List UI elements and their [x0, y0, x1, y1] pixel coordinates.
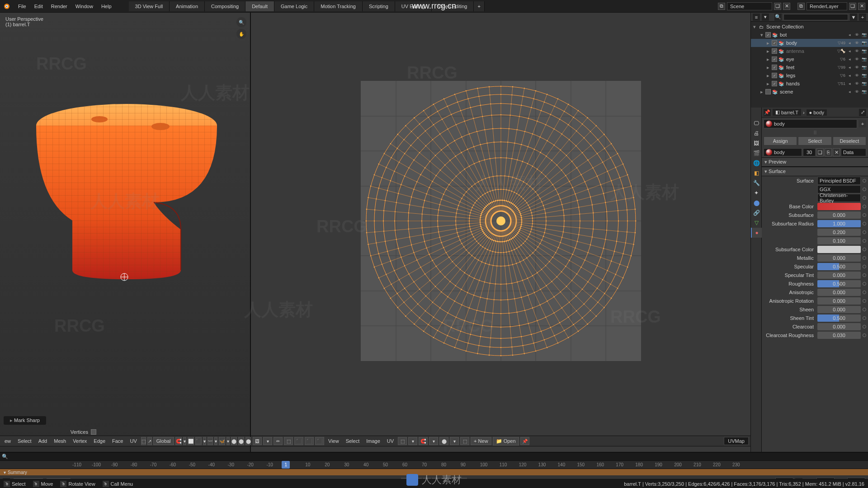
vertices-checkbox[interactable] — [91, 429, 96, 435]
tab-world-icon[interactable]: 🌐 — [751, 158, 762, 168]
vp-toolbar-icon-10[interactable]: ⬤ — [238, 437, 244, 445]
workspace-animation[interactable]: Animation — [170, 1, 205, 11]
menu-window[interactable]: Window — [72, 2, 97, 11]
workspace-add[interactable]: + — [474, 1, 484, 11]
tab-material-icon[interactable]: ● — [751, 228, 762, 238]
uv-toolbar-icon-2[interactable]: ✏ — [274, 437, 283, 445]
prop-field[interactable]: 0.500 — [817, 263, 861, 270]
node-socket-icon[interactable] — [863, 273, 866, 277]
uv-toolbar-icon-4[interactable]: ⬛ — [294, 437, 303, 445]
select-button[interactable]: Select — [798, 136, 831, 145]
orientation-dropdown[interactable]: Global — [153, 437, 174, 445]
uv-toolbar-icon-1[interactable]: ▾ — [263, 437, 272, 445]
vp-toolbar-icon-6[interactable]: ▾ — [214, 437, 217, 445]
node-socket-icon[interactable] — [863, 222, 866, 225]
layer-del-icon[interactable]: ✕ — [858, 3, 865, 10]
vp-toolbar-icon-8[interactable]: ▾ — [226, 437, 230, 445]
node-socket-icon[interactable] — [863, 282, 866, 286]
workspace-compositing[interactable]: Compositing — [205, 1, 245, 11]
outliner-new-collection-icon[interactable]: + — [859, 14, 866, 21]
uv-tool2-icon-6[interactable]: ⬚ — [460, 437, 469, 445]
node-socket-icon[interactable] — [863, 265, 866, 268]
workspace-scripting[interactable]: Scripting — [363, 1, 395, 11]
vp-menu-vertex[interactable]: Vertex — [70, 437, 90, 445]
vp-toolbar-icon-5[interactable]: 〰 — [208, 437, 213, 445]
tab-particle-icon[interactable]: ✦ — [751, 188, 762, 198]
outliner-mode-icon[interactable]: ≡ — [753, 14, 760, 21]
outliner-tree[interactable]: ▾🗀Scene Collection▾✓📚bot◂👁📷▸✓📚body▽49◂👁📷… — [751, 22, 868, 108]
node-socket-icon[interactable] — [863, 239, 866, 243]
prop-field[interactable]: 0.000 — [817, 306, 861, 313]
gizmo-zoom-icon[interactable]: 🔍 — [236, 17, 246, 27]
menu-file[interactable]: File — [14, 2, 30, 11]
workspace-default[interactable]: Default — [245, 1, 274, 11]
material-copy-icon[interactable]: ⎘ — [825, 148, 832, 156]
vp-toolbar-icon-11[interactable]: ⬤ — [245, 437, 251, 445]
vp-menu-select[interactable]: Select — [15, 437, 34, 445]
vp-menu-add[interactable]: Add — [36, 437, 50, 445]
node-socket-icon[interactable] — [863, 188, 866, 191]
material-slot-add-button[interactable]: + — [859, 120, 866, 127]
tab-object-icon[interactable]: ◧ — [751, 168, 762, 178]
menu-render[interactable]: Render — [47, 2, 71, 11]
prop-field[interactable]: 1.000 — [817, 220, 861, 227]
panel-preview[interactable]: Preview — [762, 157, 868, 167]
prop-field[interactable]: 0.500 — [817, 314, 861, 322]
prop-field[interactable] — [817, 203, 861, 210]
vp-menu-face[interactable]: Face — [109, 437, 126, 445]
workspace-game-logic[interactable]: Game Logic — [274, 1, 314, 11]
timeline-summary-row[interactable]: Summary — [0, 469, 868, 475]
prop-field[interactable]: 0.500 — [817, 280, 861, 287]
node-socket-icon[interactable] — [863, 325, 866, 328]
vp-menu-mesh[interactable]: Mesh — [51, 437, 69, 445]
outliner-item-eye[interactable]: ▸✓📚eye▽6◂👁📷 — [751, 55, 868, 63]
tab-render-icon[interactable]: 🖵 — [751, 118, 762, 128]
outliner-funnel-icon[interactable]: ▼ — [850, 14, 857, 21]
vp-toolbar-icon-3[interactable]: ⬛ — [195, 437, 202, 445]
panel-surface[interactable]: Surface — [762, 167, 868, 176]
prop-field[interactable]: 0.000 — [817, 254, 861, 262]
layer-browse-icon[interactable]: ⧉ — [797, 3, 805, 10]
transform-pivot-icon[interactable]: ⬚ — [141, 437, 146, 445]
node-socket-icon[interactable] — [863, 256, 866, 260]
material-unlink-icon[interactable]: ✕ — [833, 148, 840, 156]
vp-menu-edge[interactable]: Edge — [91, 437, 108, 445]
outliner-search-icon[interactable]: 🔍 — [774, 14, 782, 21]
uv-menu-uv[interactable]: UV — [384, 437, 396, 445]
gizmo-hand-icon[interactable]: ✋ — [236, 29, 246, 39]
deselect-button[interactable]: Deselect — [833, 136, 866, 145]
node-socket-icon[interactable] — [863, 333, 866, 337]
tab-scene-icon[interactable]: 🎬 — [751, 148, 762, 158]
outliner-item-bot[interactable]: ▾✓📚bot◂👁📷 — [751, 31, 868, 39]
uv-toolbar-icon-5[interactable]: ⬛ — [305, 437, 314, 445]
breadcrumb-object[interactable]: ◧ barrel.T — [773, 109, 801, 116]
vp-menu-ew[interactable]: ew — [2, 437, 14, 445]
uv-tool2-icon-4[interactable]: ⬤ — [439, 437, 448, 445]
breadcrumb-pin-icon[interactable]: 📌 — [764, 109, 771, 116]
node-socket-icon[interactable] — [863, 205, 866, 208]
vp-toolbar-icon-7[interactable]: 🦋 — [219, 437, 225, 445]
last-operator-panel[interactable]: Mark Sharp — [4, 416, 46, 425]
uv-tool2-icon-3[interactable]: ▾ — [429, 437, 438, 445]
outliner-item-feet[interactable]: ▸✓📚feet▽99◂👁📷 — [751, 63, 868, 71]
material-name-field[interactable]: body — [764, 148, 802, 156]
uv-tool2-icon-5[interactable]: ▾ — [450, 437, 459, 445]
outliner-item-legs[interactable]: ▸✓📚legs▽6◂👁📷 — [751, 71, 868, 80]
tab-physics-icon[interactable]: ⬤ — [751, 198, 762, 208]
uv-pin-icon[interactable]: 📌 — [520, 437, 529, 445]
prop-field[interactable]: 0.200 — [817, 229, 861, 236]
uv-menu-image[interactable]: Image — [363, 437, 383, 445]
prop-field[interactable] — [817, 246, 861, 253]
menu-help[interactable]: Help — [98, 2, 115, 11]
prop-field[interactable]: 0.000 — [817, 297, 861, 305]
uv-toolbar-icon-0[interactable]: 🖼 — [253, 437, 262, 445]
open-button[interactable]: 📁 Open — [493, 437, 519, 446]
node-socket-icon[interactable] — [863, 308, 866, 311]
scene-del-icon[interactable]: ✕ — [783, 3, 790, 10]
playhead[interactable]: 1 — [282, 461, 290, 469]
prop-field[interactable]: Principled BSDF — [817, 177, 861, 185]
uv-editor[interactable]: 🖼▾✏⬚⬛⬛⬛ViewSelectImageUV⬚▾🧲▾⬤▾⬚+ New📁 Op… — [251, 13, 750, 452]
uv-tool2-icon-1[interactable]: ▾ — [408, 437, 417, 445]
timeline-ruler[interactable]: -110-100-90-80-70-60-50-40-30-20-1011020… — [0, 461, 868, 469]
node-socket-icon[interactable] — [863, 196, 866, 200]
